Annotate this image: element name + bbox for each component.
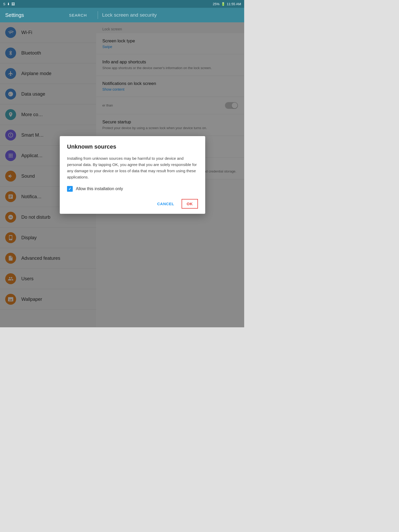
allow-checkbox[interactable]: ✓ — [67, 186, 73, 192]
ok-button[interactable]: OK — [182, 199, 198, 209]
status-right: 25% 🔋 11:55 AM — [213, 2, 241, 6]
dialog-checkbox-row[interactable]: ✓ Allow this installation only — [67, 186, 198, 192]
lock-screen-title: Lock screen and security — [102, 12, 157, 18]
status-icons-left: S ⬇ 🖼 — [3, 2, 211, 6]
dialog-buttons: CANCEL OK — [67, 199, 198, 209]
unknown-sources-dialog: Unknown sources Installing from unknown … — [60, 136, 205, 214]
image-icon: 🖼 — [11, 2, 15, 6]
checkbox-checkmark: ✓ — [68, 187, 71, 191]
s-icon: S — [3, 2, 5, 6]
nav-bar: Settings SEARCH Lock screen and security — [0, 8, 244, 22]
settings-title: Settings — [5, 12, 62, 18]
dialog-backdrop: Unknown sources Installing from unknown … — [0, 22, 244, 327]
battery-icon-indicator: 🔋 — [221, 2, 225, 6]
cancel-button[interactable]: CANCEL — [152, 199, 179, 209]
battery-percent: 25% — [213, 2, 220, 6]
search-button[interactable]: SEARCH — [62, 13, 94, 17]
allow-checkbox-label: Allow this installation only — [76, 187, 123, 191]
dialog-title: Unknown sources — [67, 143, 198, 150]
download-icon: ⬇ — [7, 2, 10, 6]
time-display: 11:55 AM — [227, 2, 241, 6]
status-bar: S ⬇ 🖼 25% 🔋 11:55 AM — [0, 0, 244, 8]
dialog-body: Installing from unknown sources may be h… — [67, 155, 198, 180]
nav-divider — [98, 11, 98, 19]
main-content: Wi-Fi Bluetooth Airplane mode — [0, 22, 244, 327]
